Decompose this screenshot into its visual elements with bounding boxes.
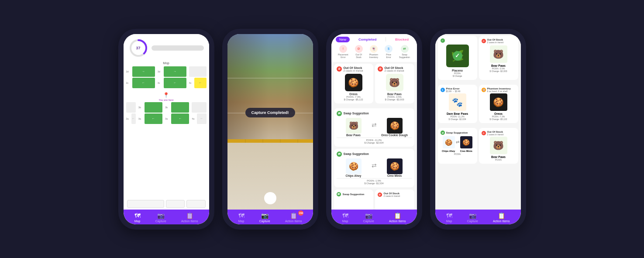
oos-label-1: Out Of Stock [344, 66, 363, 69]
nav-map-1[interactable]: 🗺 Map [134, 212, 141, 223]
detail-row-3: ⇄ Swap Suggestion 🍪 ⇄ 🍪 Chips Ahoy Creo … [438, 128, 518, 166]
green-product-stats: POS%$ Change [441, 72, 475, 77]
card-swap-3[interactable]: ⇄ Swap Suggestion [334, 189, 373, 210]
oreo-img: 🍪 [345, 74, 362, 91]
card-row-1: ⊘ Out Of Stock 2 cases in transit 🍪 Oreo… [334, 64, 414, 106]
action-cards-scroll[interactable]: ⊘ Out Of Stock 2 cases in transit 🍪 Oreo… [331, 62, 417, 210]
detail-card-oos-bp[interactable]: ⊘ Out Of Stock 2 cases in transit 🐻 Bear… [479, 36, 518, 80]
nav-bar-4: 🗺 Map 📷 Capture 📋 Action Items [435, 210, 521, 224]
filter-phantom[interactable]: 👻 PhantomInventory [369, 45, 379, 58]
phone-3: New Completed | Blocked ! PlacementError… [326, 29, 422, 230]
out-of-stock-icon: ⊘ [355, 45, 363, 53]
shutter-button[interactable] [264, 192, 276, 204]
phantom-badge: 👻 [482, 88, 486, 92]
nav-actions-3[interactable]: 📋 Action Items [389, 212, 406, 223]
chips-change: $ Change -$1,534 [337, 182, 412, 185]
bottom-shelves: 2a ← 3b 3a [126, 102, 207, 124]
oos-badge-1: ⊘ [337, 66, 342, 72]
filter-out-of-stock[interactable]: ⊘ Out OfStock [355, 45, 363, 58]
nav-capture-4[interactable]: 📷 Capture [467, 212, 478, 223]
dare-bp-name: Dare Bear Paws [441, 112, 475, 115]
shelf-sim [227, 34, 313, 210]
map-bottom-inputs [124, 198, 209, 210]
oos-bp-subtitle: 2 cases in transit [487, 41, 504, 44]
detail-card-phantom[interactable]: 👻 Phantom Inventory 6 on hand, 0 on shel… [479, 85, 518, 123]
filter-price-error[interactable]: $ PriceError [385, 45, 393, 58]
nav-map-4[interactable]: 🗺 Map [446, 212, 452, 223]
swap-chips-name: Chips Ahoy [441, 150, 457, 152]
swap-bp-change: $ Change -$2,634 [337, 141, 412, 144]
placement-error-label: PlacementError [338, 53, 348, 58]
tab-completed[interactable]: Completed [355, 37, 380, 42]
card-oreos-oos[interactable]: ⊘ Out Of Stock 2 cases in transit 🍪 Oreo… [334, 64, 373, 103]
nav-actions-2[interactable]: 📋 156 Action Items [285, 212, 302, 223]
swap-label-1: Swap Suggestion [344, 112, 369, 115]
swap-to-creo: 🍪 Creo Minis [378, 158, 412, 177]
oreo-name: Oreos [337, 93, 371, 96]
nav-actions-1[interactable]: 📋 Action Items [181, 212, 198, 223]
oos-subtitle-3: 2 cases in transit [384, 195, 400, 197]
detail-scroll[interactable]: ✓ 🌿 ✓ Placeno POS%$ Change [435, 34, 521, 210]
chips-name: Chips Ahoy [346, 174, 362, 177]
swap-products-1: 🐻 Bear Paws ⇄ 🍪 Oreo Cookie Dough [337, 118, 412, 137]
swap-products-2: 🍪 Chips Ahoy ⇄ 🍪 Creo Minis [337, 158, 412, 177]
map-icon: 🗺 [134, 212, 141, 219]
map-title: Mop [126, 61, 207, 65]
nav-actions-4[interactable]: 📋 Action Items [493, 212, 510, 223]
filter-swap[interactable]: ⇄ SwapSuggestion [399, 45, 410, 58]
oreo-change: $ Change -$5,122 [337, 98, 371, 101]
oos-bp-name: Bear Paws [482, 64, 516, 67]
swap-creo-name-2: Creo Minis [458, 150, 475, 152]
phantom-label: PhantomInventory [369, 53, 379, 58]
map-btn-1[interactable] [166, 200, 185, 208]
detail-card-price-error[interactable]: $ Price Error $3.99 → $3.49 🐾 Dare Bear … [438, 85, 477, 123]
nav-actions-label-1: Action Items [181, 220, 198, 223]
detail-card-swap[interactable]: ⇄ Swap Suggestion 🍪 ⇄ 🍪 Chips Ahoy Creo … [438, 128, 477, 164]
nav-map-3[interactable]: 🗺 Map [342, 212, 348, 223]
oos-2-pos: POS% [482, 158, 516, 161]
filter-placement-error[interactable]: ! PlacementError [338, 45, 348, 58]
out-of-stock-label: Out OfStock [355, 53, 362, 58]
oreo-phantom-img: 🍪 [490, 93, 507, 111]
swap-label-2: Swap Suggestion [344, 152, 369, 155]
card-oos-3[interactable]: ⊘ Out Of Stock 2 cases in transit [375, 189, 414, 210]
map-btn-2[interactable] [186, 200, 206, 208]
tab-new[interactable]: New [336, 37, 350, 42]
phone-2: Capture Completed! 🗺 Map 📷 Capture 📋 156… [222, 29, 318, 230]
map-icon-4: 🗺 [446, 212, 452, 219]
chips-img: 🍪 [346, 158, 362, 174]
detail-card-oos-2[interactable]: ⊘ Out Of Stock 2 cases in transit 🐻 Bear… [479, 128, 518, 164]
oos-bp-img-wrap: 🐻 [482, 45, 516, 63]
dare-bp-img: 🐾 [449, 93, 466, 111]
bearpaws-img-container: 🐻 [378, 74, 412, 91]
progress-label: 37 [136, 46, 140, 50]
tab-divider: | [385, 37, 386, 42]
phantom-detail: 6 on hand, 0 on shelf [487, 90, 511, 93]
action-badge-count: 156 [298, 210, 303, 216]
detail-card-green[interactable]: ✓ 🌿 ✓ Placeno POS%$ Change [438, 36, 477, 80]
swap-bearpaws-name: Bear Paws [346, 134, 361, 137]
card-bearpaws-oos[interactable]: ⊘ Out Of Stock 2 cases in transit 🐻 Bear… [375, 64, 414, 103]
tabs-row: New Completed | Blocked [335, 37, 413, 42]
search-input[interactable] [127, 200, 164, 208]
card-swap-2[interactable]: ⇄ Swap Suggestion 🍪 Chips Ahoy ⇄ 🍪 Creo … [334, 149, 414, 187]
map-icon-2: 🗺 [238, 212, 245, 219]
detail-row-2: $ Price Error $3.99 → $3.49 🐾 Dare Bear … [438, 85, 518, 126]
nav-map-label-1: Map [134, 220, 141, 223]
price-error-type: Price Error [446, 87, 461, 90]
oreo-img-container: 🍪 [337, 74, 371, 91]
nav-capture-2[interactable]: 📷 Capture [259, 212, 270, 223]
nav-actions-label-2: Action Items [285, 220, 302, 223]
nav-capture-1[interactable]: 📷 Capture [155, 212, 166, 223]
nav-capture-3[interactable]: 📷 Capture [363, 212, 374, 223]
top-shelves: 2d → 2c ← [126, 66, 207, 88]
tab-blocked[interactable]: Blocked [392, 37, 412, 42]
screen-action-detail: ✓ 🌿 ✓ Placeno POS%$ Change [435, 34, 521, 224]
oos-subtitle-2: 2 cases in transit [385, 69, 404, 72]
nav-map-2[interactable]: 🗺 Map [238, 212, 245, 223]
capture-icon-3: 📷 [365, 212, 372, 219]
price-error-label: PriceError [386, 53, 391, 58]
checkmark-overlay: ✓ [453, 51, 462, 61]
action-items-header: New Completed | Blocked ! PlacementError… [331, 34, 417, 62]
card-swap-1[interactable]: ⇄ Swap Suggestion 🐻 Bear Paws ⇄ 🍪 Oreo C… [334, 108, 414, 147]
